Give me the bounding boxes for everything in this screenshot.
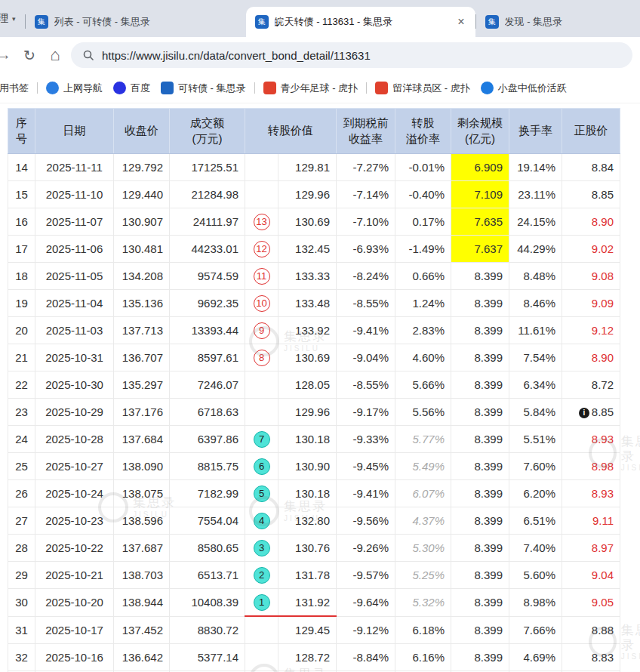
redemption-count-cell [245,644,278,671]
close-icon[interactable]: × [456,15,466,29]
amount-cell: 8830.72 [170,616,245,644]
home-icon[interactable]: ⌂ [42,42,68,68]
date-cell: 2025-11-11 [35,154,114,181]
premium-rate-cell: -0.01% [395,154,451,181]
table-row: 292025-10-21138.7036513.712131.78-9.57%5… [8,562,620,589]
turnover-cell: 23.11% [509,181,562,208]
bookmark-label: 上网导航 [63,82,103,95]
conversion-value-cell: 132.45 [278,236,337,263]
conversion-value-cell: 133.92 [278,317,337,344]
conversion-value-cell: 128.05 [278,371,337,399]
serial-cell: 26 [8,480,35,507]
bookmark-item[interactable]: 上网导航 [41,82,108,95]
amount-cell: 7246.07 [170,371,245,399]
tab-bond-list[interactable]: 集 列表 - 可转债 - 集思录 [26,7,246,37]
tab-bond-detail[interactable]: 集 皖天转债 - 113631 - 集思录 × [246,7,475,37]
tab-group-control[interactable]: 理 ▾ [0,0,25,37]
date-cell: 2025-11-03 [35,317,114,344]
info-icon[interactable]: i [579,408,589,418]
serial-cell: 21 [8,344,35,371]
stock-price-cell: 9.09 [562,290,620,317]
redemption-count-cell: 11 [245,263,278,290]
redemption-count-cell: 5 [245,480,278,507]
bookmark-item[interactable]: 小盘中低价活跃 [475,82,572,95]
stock-price-cell: 8.88 [562,616,620,644]
bookmark-item[interactable]: 百度 [108,82,155,95]
amount-cell: 5377.14 [170,644,245,671]
refresh-icon[interactable]: ↻ [17,42,42,68]
conversion-value-cell: 130.18 [278,426,337,453]
ytm-cell: -9.41% [337,480,395,507]
redemption-count-cell: 12 [245,236,278,263]
redemption-count-cell [245,371,278,399]
table-row: 322025-10-16136.6425377.14128.72-8.84%6.… [8,644,620,671]
premium-rate-cell: 6.18% [395,616,451,644]
address-bar[interactable]: https://www.jisilu.cn/data/convert_bond_… [71,42,632,68]
redemption-count-cell: 4 [245,507,278,535]
conversion-value-cell: 130.69 [278,208,337,236]
date-cell: 2025-10-28 [35,426,114,453]
amount-cell: 6397.86 [170,426,245,453]
date-cell: 2025-10-22 [35,535,114,562]
conversion-value-cell: 128.72 [278,644,337,671]
bookmark-item[interactable]: 青少年足球 - 虎扑 [258,82,364,95]
premium-rate-cell: -0.40% [395,181,451,208]
turnover-cell: 5.84% [509,399,562,426]
serial-cell: 27 [8,507,35,535]
premium-rate-cell: 5.49% [395,453,451,480]
turnover-cell: 11.61% [509,317,562,344]
redemption-count-badge: 6 [254,458,270,475]
table-row: 202025-11-03137.71313393.449133.92-9.41%… [8,317,620,344]
remaining-size-cell: 8.399 [451,453,509,480]
date-cell: 2025-11-04 [35,290,114,317]
redemption-count-badge: 2 [254,567,270,584]
premium-rate-cell: 2.83% [395,317,451,344]
stock-price-cell: i8.85 [562,399,620,426]
premium-rate-cell: 5.56% [395,399,451,426]
tab-discover[interactable]: 集 发现 - 集思录 [476,7,640,37]
premium-rate-cell: 5.30% [395,535,451,562]
close-price-cell: 137.452 [114,616,170,644]
ytm-cell: -9.26% [337,535,395,562]
close-price-cell: 134.208 [114,263,170,290]
close-price-cell: 138.075 [114,480,170,507]
remaining-size-cell: 8.399 [451,535,509,562]
bookmark-item[interactable]: 留洋球员区 - 虎扑 [370,82,475,95]
serial-cell: 17 [8,236,35,263]
forward-icon[interactable]: → [0,42,17,68]
ytm-cell: -9.33% [337,426,395,453]
redemption-count-cell: 6 [245,453,278,480]
conversion-value-cell: 133.33 [278,263,337,290]
serial-cell: 24 [8,426,35,453]
turnover-cell: 7.54% [509,344,562,371]
date-cell: 2025-11-07 [35,208,114,236]
jisilu-rotation-icon [481,82,494,94]
stock-price-cell: 8.83 [562,644,620,671]
date-cell: 2025-10-17 [35,616,114,644]
stock-price-cell: 8.98 [562,453,620,480]
redemption-count-badge: 5 [254,486,270,502]
conversion-value-cell: 129.96 [278,181,337,208]
stock-price-cell: 8.97 [562,535,620,562]
redemption-count-cell: 13 [245,208,278,236]
amount-cell: 10408.39 [170,589,245,617]
turnover-cell: 5.51% [509,426,562,453]
ytm-cell: -9.41% [337,317,395,344]
hupu-icon [263,82,276,94]
date-cell: 2025-11-10 [35,181,114,208]
premium-rate-cell: 4.37% [395,507,451,535]
amount-cell: 6718.63 [170,399,245,426]
redemption-count-cell: 7 [245,426,278,453]
bookmark-item[interactable]: 用书签 [0,82,34,95]
table-row: 302025-10-20138.94410408.391131.92-9.64%… [8,589,620,617]
bookmark-item[interactable]: 可转债 - 集思录 [155,82,251,95]
column-header: 到期税前 收益率 [337,109,395,154]
remaining-size-cell: 7.635 [451,208,509,236]
amount-cell: 44233.01 [170,236,245,263]
column-header: 收盘价 [114,109,170,154]
search-icon [82,49,94,61]
bookmark-separator [37,82,38,94]
premium-rate-cell: 4.60% [395,344,451,371]
redemption-count-badge: 4 [254,513,270,529]
date-cell: 2025-10-29 [35,399,114,426]
